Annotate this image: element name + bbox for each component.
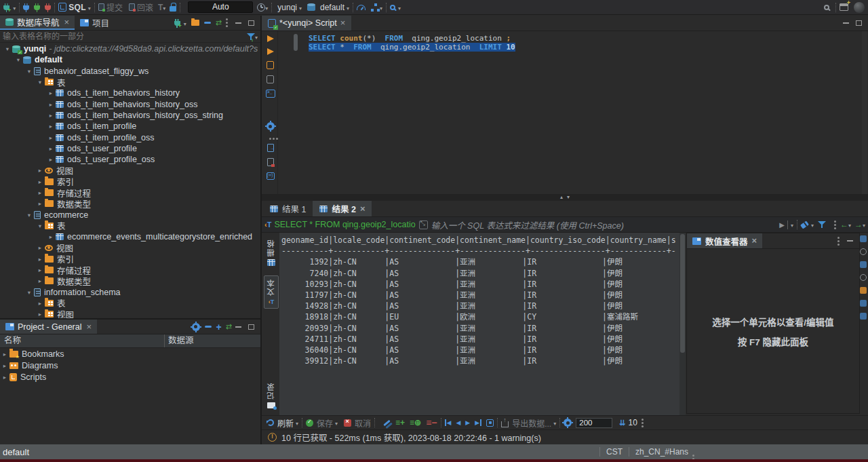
tab-database-navigator[interactable]: 数据库导航 [0, 16, 75, 30]
tree-item[interactable]: ▾ information_schema [0, 287, 260, 298]
result-text-line[interactable]: 24711|zh-CN |AS |亚洲 |IR |伊朗 [281, 334, 679, 345]
refresh-button[interactable]: 刷新 [277, 417, 294, 429]
close-icon[interactable] [64, 18, 70, 27]
execute-statement-icon[interactable] [267, 35, 274, 42]
result-text-line[interactable]: 39912|zh-CN |AS |亚洲 |IR |伊朗 [281, 355, 679, 366]
tree-chevron[interactable]: ▾ [3, 45, 12, 52]
tree-item[interactable]: ▾ behavior_dataset_fliggy_ws [0, 66, 260, 77]
tree-chevron[interactable]: ▾ [35, 79, 45, 85]
minimize-icon[interactable] [235, 326, 241, 328]
maximize-icon[interactable] [248, 324, 254, 330]
tree-item[interactable]: ▸ ods_t_item_behaviors_history_oss_strin… [0, 110, 260, 121]
tree-item[interactable]: ▸ 视图 [0, 242, 260, 253]
tree-chevron[interactable]: ▾ [24, 289, 34, 296]
tree-chevron[interactable]: ▸ [46, 101, 56, 108]
filter-query-text[interactable]: SELECT * FROM qing.geoip2_locatio [274, 220, 415, 229]
tree-item[interactable]: ▸ ods_t_user_profile [0, 143, 260, 154]
export-dropdown[interactable] [553, 418, 556, 427]
filter-placeholder-text[interactable]: 输入一个 SQL 表达式来过滤结果 (使用 Ctrl+Space) [431, 218, 780, 231]
statusbar-timezone[interactable]: CST [606, 447, 623, 457]
tree-chevron[interactable]: ▸ [35, 244, 45, 251]
gear-icon[interactable] [267, 122, 275, 130]
tree-chevron[interactable]: ▸ [0, 362, 9, 369]
export-from-query-icon[interactable] [267, 144, 274, 152]
gear-icon[interactable] [564, 419, 572, 427]
tree-item[interactable]: ▸ 索引 [0, 176, 260, 187]
commit-button[interactable]: 提交 [106, 1, 123, 13]
minimize-icon[interactable] [235, 22, 241, 24]
expand-all-icon[interactable]: + [216, 324, 222, 330]
panel-query-icon[interactable] [860, 313, 867, 320]
connect-icon[interactable] [23, 5, 29, 10]
result-text-line[interactable]: 1392|zh-CN |AS |亚洲 |IR |伊朗 [281, 256, 679, 267]
select-row-icon[interactable] [486, 419, 494, 427]
tree-chevron[interactable]: ▾ [35, 223, 45, 229]
tree-chevron[interactable]: ▸ [35, 178, 45, 185]
database-dropdown[interactable] [347, 3, 349, 12]
transaction-log-dropdown[interactable] [163, 3, 165, 12]
editor-results-splitter[interactable]: ▴▾ [262, 194, 868, 201]
sql-editor-icon[interactable] [58, 3, 66, 12]
project-item[interactable]: ▸ Diagrams [0, 360, 260, 371]
new-folder-icon[interactable] [191, 20, 199, 26]
back-dropdown[interactable] [848, 220, 851, 229]
panel-menu-icon[interactable] [837, 237, 840, 239]
cancel-icon[interactable] [344, 419, 351, 427]
close-icon[interactable] [340, 18, 346, 28]
tree-chevron[interactable]: ▸ [46, 233, 56, 240]
link-with-editor-icon[interactable]: ⇄ [226, 322, 232, 331]
table-filter-input[interactable] [3, 32, 247, 41]
tree-chevron[interactable]: ▸ [46, 123, 56, 130]
panel-metadata-icon[interactable] [860, 248, 867, 255]
tree-chevron[interactable]: ▾ [24, 212, 34, 218]
close-icon[interactable] [86, 322, 92, 332]
scrollbar-thumb[interactable] [680, 234, 685, 353]
new-connection-dropdown[interactable] [184, 18, 186, 28]
collapse-down-icon[interactable]: ▾ [567, 194, 570, 201]
execute-new-tab-icon[interactable] [267, 48, 274, 55]
quick-search-icon[interactable] [824, 5, 829, 10]
result-text-line[interactable]: 20939|zh-CN |AS |亚洲 |IR |伊朗 [281, 323, 679, 334]
panel-calc-icon[interactable] [860, 274, 867, 281]
toolbar-overflow-icon[interactable] [642, 419, 644, 421]
search-icon[interactable] [390, 5, 395, 10]
result-text-line[interactable]: 18918|zh-CN |EU |欧洲 |CY |塞浦路斯 [281, 311, 679, 322]
fetch-size-input[interactable] [576, 418, 612, 428]
save-button[interactable]: 保存 [317, 417, 333, 429]
filter-dropdown[interactable] [255, 32, 258, 41]
open-declaration-icon[interactable] [267, 172, 275, 180]
editor-code-area[interactable]: SELECT count(*) FROM qing.geoip2_locatio… [278, 34, 861, 52]
result-text-line[interactable]: 11797|zh-CN |AS |亚洲 |IR |伊朗 [281, 290, 679, 301]
maximize-icon[interactable] [856, 20, 862, 26]
tree-item[interactable]: ▸ ods_t_item_behaviors_history [0, 88, 260, 98]
filter-menu-icon[interactable] [834, 220, 836, 223]
panel-references-icon[interactable] [860, 287, 867, 294]
tree-item[interactable]: ▸ ods_t_item_profile [0, 121, 260, 132]
results-filter-bar[interactable]: ‹T SELECT * FROM qing.geoip2_locatio 输入一… [262, 217, 868, 233]
result-text-line[interactable]: ----------+-----------+--------------+--… [281, 246, 679, 256]
tree-chevron[interactable]: ▾ [14, 56, 23, 63]
active-database-selector[interactable]: default [320, 3, 344, 12]
save-script-icon[interactable] [267, 158, 274, 166]
tree-chevron[interactable]: ▸ [46, 145, 56, 152]
forward-dropdown[interactable] [863, 220, 865, 229]
tree-chevron[interactable]: ▸ [35, 277, 45, 284]
rollback-button[interactable]: 回滚 [137, 1, 153, 13]
tree-item[interactable]: ▸ ods_t_item_behaviors_history_oss [0, 98, 260, 109]
link-with-editor-icon[interactable]: ⇄ [216, 18, 222, 27]
tab-sql-script[interactable]: *<yunqi> Script [262, 16, 351, 31]
new-connection-dropdown[interactable] [13, 3, 16, 12]
schema-compare-dropdown[interactable] [380, 3, 382, 12]
tree-item[interactable]: ▸ 数据类型 [0, 198, 260, 209]
filter-history-dropdown[interactable] [791, 220, 793, 229]
tree-chevron[interactable]: ▸ [0, 374, 9, 381]
tree-chevron[interactable]: ▸ [46, 156, 56, 163]
tree-chevron[interactable]: ▸ [46, 112, 56, 119]
statusbar-locale[interactable]: zh_CN_#Hans [635, 447, 688, 457]
schema-compare-icon[interactable] [371, 3, 380, 12]
delete-row-icon[interactable]: ≡− [426, 417, 437, 428]
active-connection-selector[interactable]: yunqi [277, 3, 297, 12]
result-text-line[interactable]: 7240|zh-CN |AS |亚洲 |IR |伊朗 [281, 268, 679, 279]
tree-item[interactable]: ▸ 数据类型 [0, 275, 260, 286]
results-view-tab-grid[interactable]: 栅格 [264, 237, 278, 269]
